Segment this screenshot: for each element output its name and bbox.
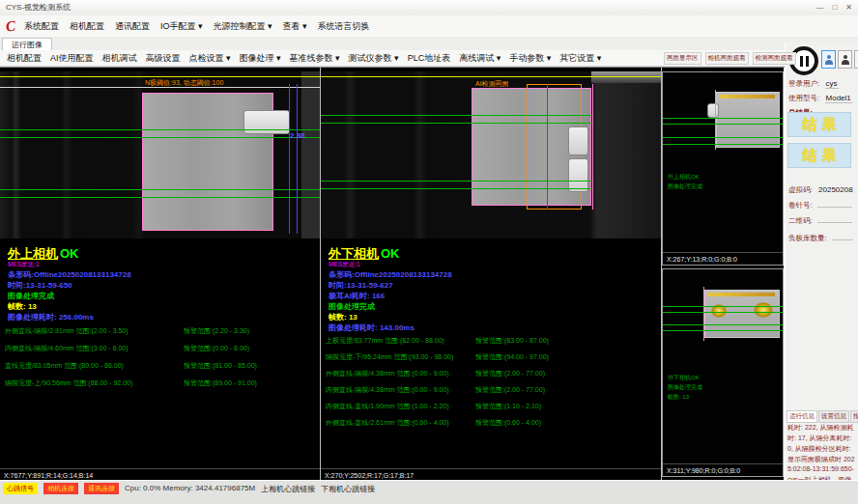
field-row: 卷针号: [788, 194, 856, 206]
frame-count-text: 帧数: 13 [329, 312, 358, 322]
preview-status-line: 外下相机OK [668, 374, 700, 382]
preview-tab-strip: 画面显示区 相机画面观看 检测画面观看 [664, 51, 784, 66]
overlay-blue-line [297, 84, 298, 234]
menu-bar: C 系统配置 相机配置 通讯配置 IO手配置 ▾ 光源控制配置 ▾ 查看 ▾ 系… [0, 15, 858, 38]
tool-ai-config[interactable]: AI使用配置 [50, 52, 94, 65]
overlay-green-line [321, 123, 592, 124]
ptab-detect-view[interactable]: 检测画面观看 [753, 52, 796, 65]
tab-row: 运行图像 [0, 37, 858, 51]
measurement-warn: 预警范围:(89.00 - 91.00) [184, 378, 257, 388]
result-box-text: 结果 [798, 116, 842, 134]
menu-comm-config[interactable]: 通讯配置 [115, 20, 150, 33]
preview-panel-lower[interactable]: 外下相机OK 图像处理完成 帧数: 13 X:311;Y:980;R:0;G:0… [662, 268, 784, 477]
measurement-row: 内侧直线-隔膜/4.60mm 范围:(3.00 - 6.00) 预警范围:(0.… [5, 344, 318, 353]
pixel-coords-readout: X:7677;Y:891;R:14;G:14;B:14 [0, 468, 320, 479]
stock-count-value[interactable] [832, 232, 853, 240]
tool-offline-debug[interactable]: 离线调试 ▾ [459, 52, 500, 65]
qrcode-value[interactable] [817, 214, 852, 223]
measurement-row: 外侧直线-隔膜/4.38mm 范围:(0.00 - 9.00) 预警范围:(2.… [326, 369, 659, 378]
logout-button[interactable]: ⇥ [854, 50, 858, 69]
tab-settings-info[interactable]: 设置信息 [818, 410, 849, 423]
preview-status-line: 图像处理完成 [668, 182, 702, 191]
menu-system-config[interactable]: 系统配置 [24, 20, 59, 33]
tool-camera-debug[interactable]: 相机调试 [102, 52, 137, 65]
main-content: N极阈值:93, 动态阈值:100 2.88 外上相机OK MES发送:1 条形… [0, 67, 785, 481]
measurement-warn: 预警范围:(2.00 - 77.00) [475, 369, 545, 378]
preview-status-line: 图像处理完成 [668, 383, 702, 392]
maximize-icon[interactable]: □ [832, 0, 837, 15]
menu-view[interactable]: 查看 ▾ [283, 20, 307, 33]
measurement-row: 外侧直线-直线/2.61mm 范围:(0.60 - 4.00) 预警范围:(0.… [326, 418, 659, 428]
tool-advanced-settings[interactable]: 高级设置 [146, 52, 181, 65]
measurement-text: 外侧直线-隔膜/2.91mm 范围:(2.00 - 3.50) [5, 327, 129, 334]
highlight-glow [754, 302, 773, 318]
process-time-text: 图像处理耗时: 256.00ms [8, 312, 94, 322]
preview-status-line: 外上相机OK [668, 173, 700, 182]
electrode-tab-piece [568, 158, 588, 192]
camera-panel-lower[interactable]: AI检测画面 外下相机OK MES发送:1 条形码:Offline2025020… [321, 68, 661, 481]
stock-count-label: 负极库数量: [788, 234, 827, 242]
camera-panel-upper[interactable]: N极阈值:93, 动态阈值:100 2.88 外上相机OK MES发送:1 条形… [0, 68, 320, 481]
measurement-warn: 预警范围:(94.00 - 97.00) [475, 352, 549, 362]
qrcode-label: 二维码: [788, 216, 813, 225]
overlay-green-line [663, 324, 783, 325]
menu-io-config[interactable]: IO手配置 ▾ [160, 20, 203, 33]
overlay-green-line [321, 181, 592, 182]
mes-status: MES发送:1 [329, 261, 360, 269]
machine-edge-band [301, 71, 320, 238]
upper-camera-heartbeat-link[interactable]: 上相机心跳链接 [261, 484, 315, 494]
tool-plc-address[interactable]: PLC地址表 [408, 52, 451, 65]
tab-run-image[interactable]: 运行图像 [2, 38, 52, 51]
tool-image-processing[interactable]: 图像处理 ▾ [240, 52, 281, 65]
preview-label-strip [719, 95, 775, 98]
measurement-warn: 预警范围:(0.00 - 8.00) [184, 344, 249, 353]
tab-alarm-info[interactable]: 报警信息 [850, 410, 858, 423]
overlay-yellow-line [321, 76, 661, 77]
barcode-text: 条形码:Offline20250208133134728 [329, 269, 452, 280]
tool-spot-check[interactable]: 点检设置 ▾ [189, 52, 231, 65]
tool-camera-config[interactable]: 相机配置 [7, 52, 42, 65]
status-bar: 心跳信号 相机连接 通讯连接 Cpu: 0.0% Memory: 3424.41… [0, 480, 858, 504]
user-button[interactable] [821, 50, 836, 69]
process-time-text: 图像处理耗时: 143.00ms [329, 322, 415, 333]
blue-measure-value: 2.88 [290, 131, 305, 140]
result-ok-badge: OK [381, 246, 400, 261]
result-box-lower: 结果 [787, 143, 851, 168]
menu-light-config[interactable]: 光源控制配置 ▾ [214, 20, 272, 33]
measurement-text: 内侧直线-隔膜/4.60mm 范围:(3.00 - 6.00) [5, 345, 129, 351]
overlay-green-line [0, 129, 320, 130]
measurement-text: 外侧直线-直线/2.61mm 范围:(0.60 - 4.00) [326, 419, 449, 426]
ptab-camera-view[interactable]: 相机画面观看 [705, 52, 749, 65]
ptab-display-area[interactable]: 画面显示区 [664, 52, 701, 65]
tool-other-settings[interactable]: 其它设置 ▾ [559, 52, 601, 65]
lower-camera-heartbeat-link[interactable]: 下相机心跳链接 [321, 484, 375, 494]
result-box-text: 结果 [798, 147, 842, 165]
measurement-text: 内侧直线-隔膜/4.38mm 范围:(0.00 - 9.00) [326, 386, 449, 393]
measurement-row: 直线宽度/83.05mm 范围:(80.00 - 86.00) 预警范围:(81… [5, 361, 318, 371]
field-row: 负极库数量: [788, 227, 856, 238]
menu-camera-config[interactable]: 相机配置 [70, 20, 104, 33]
overlay-green-line [663, 124, 783, 125]
tool-tester-params[interactable]: 测试仪参数 ▾ [349, 52, 399, 65]
measurement-text: 隔膜宽度-上/90.56mm 范围:(88.00 - 92.00) [5, 379, 132, 386]
needle-number-value[interactable] [817, 199, 852, 208]
virtual-code-value: 20250208 [817, 185, 854, 194]
pixel-coords-readout: X:270;Y:2502;R:17;G:17;B:17 [321, 468, 661, 479]
overlay-blue-line [289, 84, 290, 234]
camera-name: 外下相机 [329, 246, 379, 261]
menu-language-switch[interactable]: 系统语言切换 [318, 20, 370, 33]
measurement-text: 内侧直线-直线/1.90mm 范围:(1.00 - 2.20) [326, 403, 449, 409]
overlay-pink-line [592, 84, 593, 210]
virtual-code-label: 虚拟码: [788, 185, 813, 194]
overlay-green-line [663, 118, 783, 119]
preview-panel-upper[interactable]: 外上相机OK 图像处理完成 X:267;Y:13;R:0;G:0;B:0 [662, 71, 784, 266]
preview-status-line: 帧数: 13 [668, 393, 689, 402]
tab-run-info[interactable]: 运行信息 [786, 410, 817, 423]
minimize-icon[interactable]: — [815, 0, 823, 15]
tool-baseline-params[interactable]: 基准线参数 ▾ [290, 52, 340, 65]
comm-link-badge: 通讯连接 [84, 483, 119, 494]
tool-manual-params[interactable]: 手动参数 ▾ [509, 52, 551, 65]
preview-label-strip [707, 293, 775, 296]
operator-button[interactable] [838, 50, 852, 69]
close-icon[interactable]: ✕ [845, 0, 852, 15]
